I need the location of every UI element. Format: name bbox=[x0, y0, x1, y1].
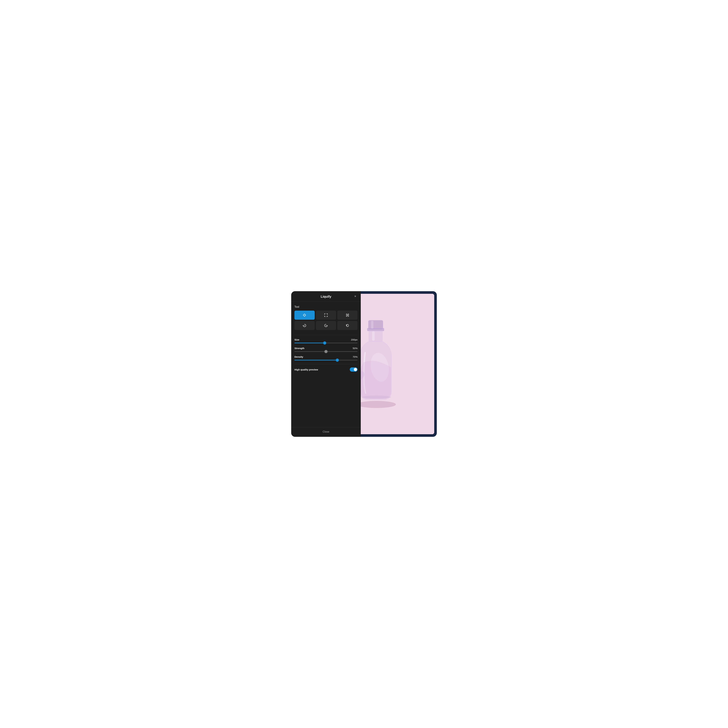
size-slider-track[interactable] bbox=[294, 343, 358, 343]
close-button[interactable]: Close bbox=[323, 430, 329, 433]
size-value: 200px bbox=[351, 338, 358, 341]
size-slider-row: Size 200px bbox=[294, 338, 358, 343]
panel-header: Liquify × bbox=[291, 291, 361, 301]
toggle-label: High quality preview bbox=[294, 368, 318, 371]
density-label: Density bbox=[294, 355, 303, 358]
tool-button-restore[interactable] bbox=[337, 321, 358, 330]
close-icon-button[interactable]: × bbox=[353, 294, 358, 299]
strength-slider-header: Strength 50% bbox=[294, 347, 358, 350]
close-icon: × bbox=[354, 294, 356, 298]
tool-button-expand[interactable] bbox=[316, 310, 336, 320]
density-slider-track[interactable] bbox=[294, 360, 358, 361]
expand-icon bbox=[324, 313, 328, 317]
shrink-icon bbox=[346, 313, 350, 317]
svg-point-9 bbox=[326, 325, 326, 326]
high-quality-toggle[interactable] bbox=[350, 367, 358, 372]
strength-slider-fill bbox=[294, 351, 326, 352]
svg-rect-2 bbox=[367, 328, 384, 331]
density-slider-row: Density 70% bbox=[294, 355, 358, 361]
panel-body: Tool bbox=[291, 301, 361, 427]
svg-point-0 bbox=[357, 401, 396, 408]
warp-icon bbox=[302, 313, 307, 317]
size-label: Size bbox=[294, 338, 299, 341]
strength-slider-row: Strength 50% bbox=[294, 347, 358, 352]
toggle-knob bbox=[354, 368, 357, 371]
panel-title: Liquify bbox=[321, 295, 331, 298]
density-slider-thumb[interactable] bbox=[336, 359, 339, 362]
size-slider-thumb[interactable] bbox=[323, 341, 326, 344]
size-slider-header: Size 200px bbox=[294, 338, 358, 341]
tool-button-swirl-ccw[interactable] bbox=[316, 321, 336, 330]
density-slider-header: Density 70% bbox=[294, 355, 358, 358]
tool-grid bbox=[294, 310, 358, 330]
tool-section-label: Tool bbox=[294, 306, 358, 308]
size-slider-fill bbox=[294, 343, 325, 343]
liquify-panel: Liquify × Tool bbox=[291, 291, 361, 437]
strength-slider-track[interactable] bbox=[294, 351, 358, 352]
tool-button-shrink[interactable] bbox=[337, 310, 358, 320]
svg-rect-1 bbox=[369, 320, 383, 329]
swirl-cw-icon bbox=[302, 323, 307, 327]
svg-point-8 bbox=[304, 325, 305, 326]
svg-rect-3 bbox=[369, 331, 382, 341]
tool-button-swirl-cw[interactable] bbox=[294, 321, 315, 330]
strength-slider-thumb[interactable] bbox=[324, 350, 327, 353]
strength-label: Strength bbox=[294, 347, 304, 350]
svg-rect-6 bbox=[372, 331, 375, 341]
density-slider-fill bbox=[294, 360, 337, 361]
svg-point-5 bbox=[362, 396, 391, 399]
tool-button-warp[interactable] bbox=[294, 310, 315, 320]
toggle-row: High quality preview bbox=[294, 367, 358, 372]
panel-footer: Close bbox=[291, 427, 361, 437]
svg-rect-7 bbox=[371, 321, 373, 329]
density-value: 70% bbox=[353, 355, 358, 358]
swirl-ccw-icon bbox=[324, 323, 328, 327]
app-container: + Liquify × Tool bbox=[291, 291, 437, 437]
restore-icon bbox=[346, 323, 350, 327]
strength-value: 50% bbox=[353, 347, 358, 350]
